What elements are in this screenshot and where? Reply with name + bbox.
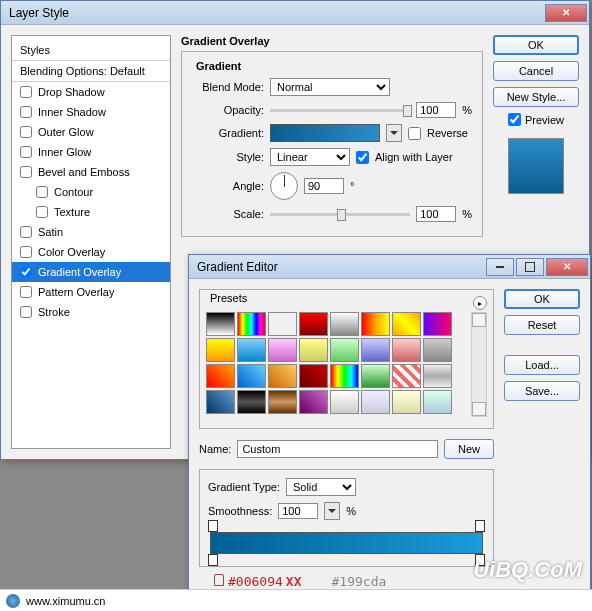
smoothness-input[interactable]: [278, 503, 318, 519]
style-item-pattern-overlay[interactable]: Pattern Overlay: [12, 282, 170, 302]
preset-swatch[interactable]: [268, 338, 297, 362]
scale-slider[interactable]: [270, 213, 410, 216]
ge-reset-button[interactable]: Reset: [504, 315, 580, 335]
style-checkbox[interactable]: [20, 226, 32, 238]
ok-button[interactable]: OK: [493, 35, 579, 55]
opacity-slider[interactable]: [270, 109, 410, 112]
gradient-editor-titlebar[interactable]: Gradient Editor: [189, 255, 590, 279]
preset-swatch[interactable]: [361, 312, 390, 336]
style-item-satin[interactable]: Satin: [12, 222, 170, 242]
preset-swatch[interactable]: [423, 390, 452, 414]
preset-swatch[interactable]: [299, 312, 328, 336]
gradient-swatch[interactable]: [270, 124, 380, 142]
style-item-bevel-and-emboss[interactable]: Bevel and Emboss: [12, 162, 170, 182]
color-stop-left[interactable]: [208, 554, 218, 566]
style-select[interactable]: Linear: [270, 148, 350, 166]
smoothness-dropdown[interactable]: [324, 502, 340, 520]
preset-swatch[interactable]: [299, 390, 328, 414]
layer-style-titlebar[interactable]: Layer Style: [1, 1, 589, 25]
gradient-type-select[interactable]: Solid: [286, 478, 356, 496]
blend-mode-select[interactable]: Normal: [270, 78, 390, 96]
name-input[interactable]: [237, 440, 438, 458]
reverse-checkbox[interactable]: [408, 127, 421, 140]
preset-swatch[interactable]: [237, 312, 266, 336]
style-checkbox[interactable]: [20, 86, 32, 98]
preset-swatch[interactable]: [423, 338, 452, 362]
preset-swatch[interactable]: [268, 312, 297, 336]
preset-swatch[interactable]: [423, 364, 452, 388]
preset-swatch[interactable]: [206, 390, 235, 414]
style-checkbox[interactable]: [20, 266, 32, 278]
maximize-icon[interactable]: [516, 258, 544, 276]
gradient-dropdown[interactable]: [386, 124, 402, 142]
presets-menu-icon[interactable]: [473, 296, 487, 310]
opacity-stop-left[interactable]: [208, 520, 218, 532]
smoothness-label: Smoothness:: [208, 505, 272, 517]
styles-header[interactable]: Styles: [12, 40, 170, 61]
scroll-up-icon[interactable]: [472, 313, 486, 327]
style-item-drop-shadow[interactable]: Drop Shadow: [12, 82, 170, 102]
new-button[interactable]: New: [444, 439, 494, 459]
preset-swatch[interactable]: [268, 364, 297, 388]
style-checkbox[interactable]: [20, 146, 32, 158]
preset-swatch[interactable]: [392, 390, 421, 414]
gradient-bar[interactable]: [210, 532, 483, 554]
preset-swatch[interactable]: [237, 390, 266, 414]
preset-swatch[interactable]: [361, 338, 390, 362]
preset-swatch[interactable]: [268, 390, 297, 414]
style-label: Bevel and Emboss: [38, 166, 130, 178]
style-item-color-overlay[interactable]: Color Overlay: [12, 242, 170, 262]
style-checkbox[interactable]: [36, 206, 48, 218]
preset-swatch[interactable]: [423, 312, 452, 336]
opacity-input[interactable]: [416, 102, 456, 118]
opacity-stop-right[interactable]: [475, 520, 485, 532]
style-item-stroke[interactable]: Stroke: [12, 302, 170, 322]
style-item-inner-shadow[interactable]: Inner Shadow: [12, 102, 170, 122]
preset-swatch[interactable]: [392, 338, 421, 362]
minimize-icon[interactable]: [486, 258, 514, 276]
blending-options-item[interactable]: Blending Options: Default: [12, 61, 170, 82]
style-item-inner-glow[interactable]: Inner Glow: [12, 142, 170, 162]
preset-swatch[interactable]: [330, 338, 359, 362]
close-icon[interactable]: [545, 4, 587, 22]
angle-input[interactable]: [304, 178, 344, 194]
style-checkbox[interactable]: [20, 286, 32, 298]
style-checkbox[interactable]: [20, 106, 32, 118]
preset-swatch[interactable]: [237, 364, 266, 388]
style-item-texture[interactable]: Texture: [12, 202, 170, 222]
preset-swatch[interactable]: [237, 338, 266, 362]
style-checkbox[interactable]: [20, 246, 32, 258]
style-checkbox[interactable]: [20, 306, 32, 318]
cancel-button[interactable]: Cancel: [493, 61, 579, 81]
close-icon[interactable]: [546, 258, 588, 276]
preset-swatch[interactable]: [206, 312, 235, 336]
style-item-contour[interactable]: Contour: [12, 182, 170, 202]
ge-load-button[interactable]: Load...: [504, 355, 580, 375]
preset-swatch[interactable]: [330, 312, 359, 336]
preset-swatch[interactable]: [330, 390, 359, 414]
preset-swatch[interactable]: [299, 338, 328, 362]
style-item-outer-glow[interactable]: Outer Glow: [12, 122, 170, 142]
style-checkbox[interactable]: [20, 126, 32, 138]
preset-swatch[interactable]: [206, 338, 235, 362]
style-checkbox[interactable]: [36, 186, 48, 198]
scale-input[interactable]: [416, 206, 456, 222]
name-label: Name:: [199, 443, 231, 455]
style-checkbox[interactable]: [20, 166, 32, 178]
preset-swatch[interactable]: [299, 364, 328, 388]
preset-swatch[interactable]: [392, 312, 421, 336]
ge-save-button[interactable]: Save...: [504, 381, 580, 401]
scroll-down-icon[interactable]: [472, 402, 486, 416]
align-checkbox[interactable]: [356, 151, 369, 164]
presets-scrollbar[interactable]: [471, 312, 487, 417]
preset-swatch[interactable]: [330, 364, 359, 388]
preview-checkbox[interactable]: [508, 113, 521, 126]
ge-ok-button[interactable]: OK: [504, 289, 580, 309]
preset-swatch[interactable]: [361, 364, 390, 388]
preset-swatch[interactable]: [361, 390, 390, 414]
new-style-button[interactable]: New Style...: [493, 87, 579, 107]
angle-dial[interactable]: [270, 172, 298, 200]
style-item-gradient-overlay[interactable]: Gradient Overlay: [12, 262, 170, 282]
preset-swatch[interactable]: [392, 364, 421, 388]
preset-swatch[interactable]: [206, 364, 235, 388]
